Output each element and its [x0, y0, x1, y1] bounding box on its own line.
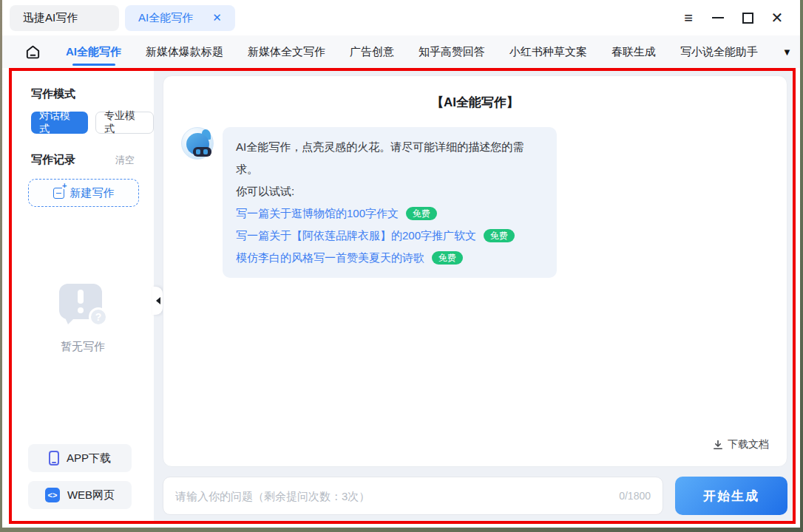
suggestion-row: 模仿李白的风格写一首赞美夏天的诗歌免费	[236, 247, 543, 269]
app-title-label: 迅捷AI写作	[23, 11, 78, 25]
nav-tab-ad-creative[interactable]: 广告创意	[350, 45, 394, 59]
suggestion-link-poem[interactable]: 模仿李白的风格写一首赞美夏天的诗歌	[236, 251, 424, 264]
writing-mode-title: 写作模式	[31, 87, 154, 101]
app-window: 迅捷AI写作 AI全能写作 ✕ ≡ ✕ AI全能写作 新媒体爆款标题 新媒体全文…	[2, 0, 800, 528]
free-badge: 免费	[406, 207, 437, 220]
writing-history-header: 写作记录 清空	[31, 153, 135, 167]
chat-panel: 【AI全能写作】 AI全能写作，点亮灵感的火花。请尽可能详细的描述您的需求。 你…	[163, 75, 787, 467]
free-badge: 免费	[432, 251, 463, 265]
suggestion-link-museum[interactable]: 写一篇关于逛博物馆的100字作文	[236, 207, 399, 219]
assistant-bubble: AI全能写作，点亮灵感的火花。请尽可能详细的描述您的需求。 你可以试试: 写一篇…	[223, 127, 557, 278]
app-download-label: APP下载	[67, 451, 111, 466]
tab-close-icon[interactable]: ✕	[212, 11, 222, 24]
intro-line-1: AI全能写作，点亮灵感的火花。请尽可能详细的描述您的需求。	[236, 136, 543, 180]
assistant-message: AI全能写作，点亮灵感的火花。请尽可能详细的描述您的需求。 你可以试试: 写一篇…	[181, 127, 787, 278]
nav-tab-hot-titles[interactable]: 新媒体爆款标题	[146, 45, 223, 59]
nav-more-dropdown-icon[interactable]: ▼	[782, 47, 792, 58]
nav-bar: AI全能写作 新媒体爆款标题 新媒体全文写作 广告创意 知乎高赞回答 小红书种草…	[2, 35, 800, 68]
app-download-button[interactable]: APP下载	[28, 444, 132, 472]
avatar-visor	[193, 147, 211, 157]
generate-button[interactable]: 开始生成	[675, 477, 787, 515]
clear-history-button[interactable]: 清空	[115, 154, 135, 167]
nav-tab-zhihu-answers[interactable]: 知乎高赞回答	[419, 45, 485, 59]
home-icon[interactable]	[24, 44, 41, 61]
exclamation-dot	[78, 307, 84, 313]
question-mark-icon: ?	[89, 307, 108, 327]
new-writing-label: 新建写作	[70, 186, 115, 200]
suggestion-link-promo[interactable]: 写一篇关于【阿依莲品牌衣服】的200字推广软文	[236, 229, 476, 242]
title-bar: 迅捷AI写作 AI全能写作 ✕ ≡ ✕	[2, 0, 800, 35]
workspace-highlight-region: 写作模式 对话模式 专业模式 写作记录 清空 新建写作 ?	[9, 68, 796, 524]
nav-tab-couplets[interactable]: 春联生成	[611, 45, 656, 59]
writing-mode-buttons: 对话模式 专业模式	[31, 112, 154, 134]
app-title-tab[interactable]: 迅捷AI写作	[10, 5, 119, 31]
avatar-eye-left	[196, 149, 200, 154]
empty-chat-bubble-icon: ?	[58, 284, 108, 330]
suggestion-row: 写一篇关于【阿依莲品牌衣服】的200字推广软文免费	[236, 225, 543, 247]
maximize-box	[742, 13, 753, 24]
web-version-label: WEB网页	[67, 488, 115, 502]
char-counter: 0/1800	[619, 490, 651, 502]
exclamation-bar	[78, 290, 84, 304]
writing-history-title: 写作记录	[31, 153, 75, 167]
code-brackets-icon: <>	[45, 488, 60, 502]
document-tab-label: AI全能写作	[138, 11, 193, 25]
question-input[interactable]	[175, 490, 611, 502]
sidebar-footer: APP下载 <> WEB网页	[28, 444, 132, 509]
empty-state-text: 暂无写作	[12, 340, 154, 354]
empty-state: ? 暂无写作	[12, 284, 154, 354]
avatar-eye-right	[203, 149, 208, 154]
close-icon[interactable]: ✕	[766, 7, 788, 29]
maximize-icon[interactable]	[736, 7, 759, 29]
document-tab[interactable]: AI全能写作 ✕	[125, 5, 235, 31]
new-document-icon	[53, 188, 64, 199]
dialog-mode-button[interactable]: 对话模式	[31, 112, 88, 134]
window-controls: ≡ ✕	[677, 7, 800, 29]
avatar-head	[186, 133, 209, 155]
new-writing-button[interactable]: 新建写作	[28, 179, 139, 207]
collapse-left-arrow-icon	[152, 297, 160, 304]
intro-line-2: 你可以试试:	[236, 180, 543, 202]
suggestion-row: 写一篇关于逛博物馆的100字作文免费	[236, 202, 543, 225]
nav-tab-novel-helper[interactable]: 写小说全能助手	[680, 45, 758, 59]
sidebar-collapse-handle[interactable]	[152, 287, 163, 315]
nav-tab-ai-writing[interactable]: AI全能写作	[66, 45, 121, 59]
sidebar: 写作模式 对话模式 专业模式 写作记录 清空 新建写作 ?	[12, 71, 154, 521]
pro-mode-button[interactable]: 专业模式	[95, 112, 154, 134]
download-label: 下载文档	[728, 438, 769, 451]
free-badge: 免费	[484, 229, 515, 242]
menu-icon[interactable]: ≡	[677, 7, 699, 29]
robot-avatar	[181, 127, 214, 160]
web-version-button[interactable]: <> WEB网页	[28, 481, 132, 509]
nav-tab-full-article[interactable]: 新媒体全文写作	[248, 45, 325, 59]
chat-title: 【AI全能写作】	[163, 94, 787, 111]
minimize-icon[interactable]	[707, 7, 729, 29]
download-icon	[713, 440, 723, 450]
download-document-button[interactable]: 下载文档	[713, 438, 769, 451]
phone-icon	[49, 451, 59, 466]
minimize-bar	[712, 17, 724, 18]
nav-tab-xiaohongshu[interactable]: 小红书种草文案	[509, 45, 587, 59]
bubble-tail	[65, 318, 75, 331]
composer: 0/1800 开始生成	[163, 477, 787, 515]
question-input-wrap: 0/1800	[163, 477, 663, 515]
